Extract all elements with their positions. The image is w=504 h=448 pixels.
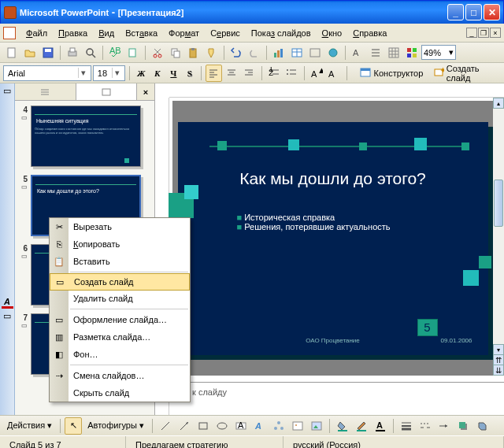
ctx-design[interactable]: ▭Оформление слайда… [50,311,190,328]
actions-menu[interactable]: Действия ▾ [3,419,56,432]
line-color-icon[interactable] [353,417,370,435]
redo-icon[interactable] [246,44,263,61]
outline-view-icon[interactable]: ▭ [2,85,13,97]
research-icon[interactable] [124,44,142,61]
tables-borders-icon[interactable] [306,44,324,61]
spellcheck-icon[interactable]: ABC [106,44,124,61]
new-icon[interactable] [3,44,20,61]
ctx-paste[interactable]: 📋Вставить [50,253,190,270]
menu-edit[interactable]: Правка [53,26,93,40]
arrow-icon[interactable] [176,417,193,435]
table-icon[interactable] [288,44,306,61]
menu-view[interactable]: Вид [93,26,120,40]
ctx-hide[interactable]: Скрыть слайд [50,384,190,402]
open-icon[interactable] [21,44,39,61]
scroll-thumb[interactable] [494,180,503,227]
outline-tab[interactable] [15,83,76,100]
italic-button[interactable]: К [150,65,165,81]
wordart-icon[interactable]: A [251,417,269,435]
shadow-button[interactable]: S [183,65,198,81]
arrow-style-icon[interactable] [435,417,453,435]
thumb-item[interactable]: 4▭ Нынешняя ситуация Обзор современного … [15,104,154,168]
menu-tools[interactable]: Сервис [205,26,246,40]
expand-icon[interactable]: A [349,44,366,61]
menu-slideshow[interactable]: Показ слайдов [246,26,317,40]
font-color-side-icon[interactable]: A [2,297,13,309]
shadow-style-icon[interactable] [454,417,472,435]
menu-format[interactable]: Формат [163,26,205,40]
slide-bullets[interactable]: Историческая справкаРешения, потерявшие … [237,213,391,231]
increase-font-icon[interactable]: A▲ [309,65,325,82]
scrollbar-vertical[interactable]: ▴ ▾ ⇈ ⇊ [493,98,504,376]
designer-button[interactable]: Конструктор [354,65,428,82]
numbering-icon[interactable]: 12 [266,65,283,82]
slide-number: 5 [417,319,438,336]
ctx-background[interactable]: ◧Фон… [50,346,190,363]
line-icon[interactable] [157,417,174,435]
rectangle-icon[interactable] [195,417,212,435]
clipart-icon[interactable] [289,417,306,435]
format-painter-icon[interactable] [203,44,220,61]
undo-icon[interactable] [228,44,245,61]
chart-icon[interactable] [270,44,287,61]
preview-icon[interactable] [82,44,99,61]
bullets-icon[interactable] [284,65,300,82]
diagram-icon[interactable] [270,417,287,435]
notes-pane[interactable]: тки к слайду [169,382,504,415]
size-combo[interactable]: 18▾ [93,65,125,81]
ctx-delete-slide[interactable]: Удалить слайд [50,290,190,307]
ctx-transition[interactable]: ⇢Смена слайдов… [50,367,190,384]
dash-style-icon[interactable] [417,417,434,435]
grid-icon[interactable] [385,44,402,61]
menu-insert[interactable]: Вставка [120,26,163,40]
color-icon[interactable] [403,44,421,61]
doc-restore[interactable]: ❐ [478,28,489,38]
line-style-icon[interactable] [398,417,415,435]
svg-rect-80 [357,430,366,431]
autoshapes-menu[interactable]: Автофигуры ▾ [83,419,148,432]
show-formatting-icon[interactable] [367,44,384,61]
maximize-button[interactable]: □ [465,4,482,20]
current-slide[interactable]: Как мы дошли до этого? Историческая спра… [178,122,488,355]
decrease-font-icon[interactable]: A [326,65,343,82]
save-icon[interactable] [39,44,57,61]
picture-icon[interactable] [308,417,325,435]
menu-window[interactable]: Окно [317,26,348,40]
zoom-combo[interactable]: ▾ [421,45,456,60]
font-color-icon[interactable]: A [372,417,389,435]
3d-style-icon[interactable] [473,417,491,435]
design-side-icon[interactable]: ▭ [2,310,13,322]
ctx-cut[interactable]: ✂Вырезать [50,218,190,235]
paste-icon[interactable] [185,44,202,61]
panel-close[interactable]: × [137,83,154,100]
slides-tab[interactable] [76,83,138,100]
ctx-layout[interactable]: ▥Разметка слайда… [50,328,190,346]
fill-color-icon[interactable] [334,417,351,435]
slide-title[interactable]: Как мы дошли до этого? [178,169,488,188]
copy-icon[interactable] [167,44,184,61]
ctx-copy[interactable]: ⎘Копировать [50,235,190,253]
align-left-icon[interactable] [206,65,222,82]
hyperlink-icon[interactable] [324,44,342,61]
menu-file[interactable]: Файл [20,26,53,40]
oval-icon[interactable] [213,417,231,435]
underline-button[interactable]: Ч [166,65,181,81]
close-button[interactable]: ✕ [484,4,500,20]
bold-button[interactable]: Ж [134,65,149,81]
align-right-icon[interactable] [241,65,258,82]
document-icon[interactable] [3,27,16,39]
minimize-button[interactable]: _ [447,4,464,20]
ctx-new-slide[interactable]: ▭Создать слайд [50,273,190,291]
doc-close[interactable]: × [490,28,501,38]
font-combo[interactable]: Arial▾ [3,65,91,81]
menu-help[interactable]: Справка [347,26,392,40]
select-icon[interactable]: ↖ [65,417,82,435]
align-center-icon[interactable] [224,65,240,82]
slide-area[interactable]: Как мы дошли до этого? Историческая спра… [172,101,493,376]
print-icon[interactable] [64,44,81,61]
doc-minimize[interactable]: _ [466,28,477,38]
new-slide-button[interactable]: ✦Создать слайд [428,61,501,85]
textbox-icon[interactable]: A [232,417,250,435]
cut-icon[interactable] [149,44,166,61]
zoom-input[interactable] [424,48,449,57]
